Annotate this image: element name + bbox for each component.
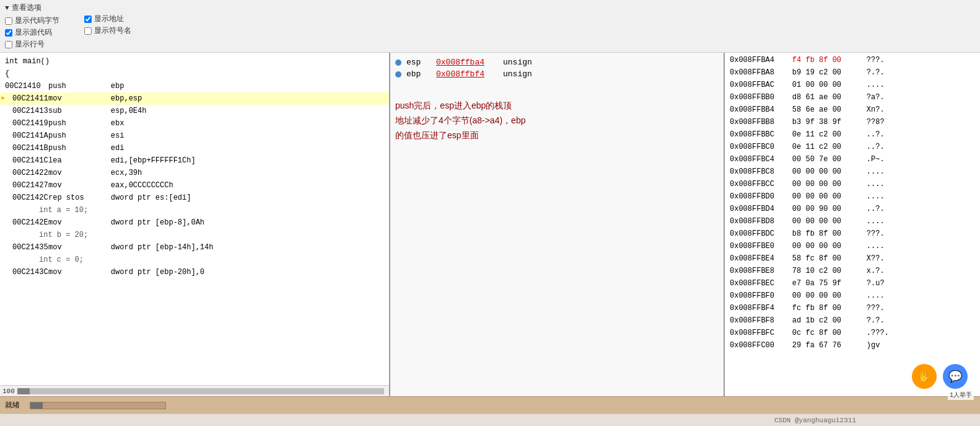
memory-row: 0x008FFBC0 0e 11 c2 00 ..?. [725,141,980,153]
checkbox-show-source[interactable]: 显示源代码 [5,27,59,38]
mem-ascii: .... [867,179,885,190]
line-mnem: mov [48,267,111,278]
mem-ascii: ???. [867,303,885,314]
checkbox-show-bytes[interactable]: 显示代码字节 [5,16,59,26]
line-mnem: sub [48,105,111,117]
open-brace-text: { [5,68,9,79]
memory-row: 0x008FFBE8 78 10 c2 00 x.?. [725,265,980,277]
checkbox-bytes-input[interactable] [5,17,12,25]
checkbox-show-lineno[interactable]: 显示行号 [5,39,59,50]
reg-dot-esp [395,60,401,66]
checkbox-source-input[interactable] [5,29,12,37]
help-button[interactable]: ✋ [912,364,937,389]
line-addr: 00C2141A [5,130,48,141]
line-mnem: push [48,118,111,129]
mem-ascii: .... [867,79,885,91]
options-title: 查看选项 [12,2,42,13]
register-section: esp 0x008ffba4 unsign ebp 0x008ffbf4 uns… [395,58,719,79]
register-row-ebp: ebp 0x008ffbf4 unsign [395,69,719,79]
line-addr: 00C2143C [5,267,48,278]
mem-ascii: .... [867,241,885,252]
reg-value-ebp: 0x008ffbf4 [436,69,498,79]
line-mnem: mov [48,180,111,191]
mem-bytes: 58 fc 8f 00 [792,253,867,264]
mem-addr: 0x008FFBA8 [730,67,792,78]
mem-ascii: X??. [867,253,885,264]
mem-ascii: ?a?. [867,92,885,103]
checkbox-addr-label: 显示地址 [94,14,124,24]
options-section: ▼ 查看选项 显示代码字节 显示源代码 显示行号 [5,2,59,50]
options-header[interactable]: ▼ 查看选项 [5,2,59,13]
mem-addr: 0x008FFBD4 [730,203,792,215]
line-addr: 00C21419 [5,118,48,129]
mem-ascii: ..?. [867,129,885,140]
mem-addr: 0x008FFBEC [730,278,792,289]
checkbox-addr-input[interactable] [84,16,92,23]
line-ops: esi [111,130,125,141]
line-ops: ebp [111,81,125,92]
memory-row: 0x008FFBC8 00 00 00 00 .... [725,166,980,178]
checkbox-show-addr[interactable]: 显示地址 [84,14,131,24]
line-addr: 00C21413 [5,105,48,117]
table-row: 00C2143C mov dword ptr [ebp-20h],0 [0,266,389,278]
mem-bytes: ad 1b c2 00 [792,315,867,326]
mem-bytes: 78 10 c2 00 [792,265,867,277]
chat-button[interactable]: 💬 [943,364,968,389]
checkbox-symname-input[interactable] [84,27,92,35]
table-row: 00C21419 push ebx [0,117,389,130]
mem-ascii: .P~. [867,154,885,165]
reg-type-ebp: unsign [503,69,532,79]
mem-bytes: d8 61 ae 00 [792,92,867,103]
checkbox-bytes-label: 显示代码字节 [15,16,59,26]
memory-row: 0x008FFBB8 b3 9f 38 9f ??8? [725,116,980,128]
help-label: 1人举手 [948,390,974,400]
memory-panel: 0x008FFBA4 f4 fb 8f 00 ???. 0x008FFBA8 b… [725,53,980,396]
mem-ascii: ?.?. [867,315,885,326]
line-addr: 00C21410 [5,81,48,92]
line-ops: edi,[ebp+FFFFFF1Ch] [111,155,196,166]
collapse-btn[interactable]: ▼ [5,4,9,12]
options-section-2: 显示地址 显示符号名 [84,2,131,36]
memory-row: 0x008FFBEC e7 0a 75 9f ?.u? [725,277,980,290]
line-addr: 00C2142E [5,217,48,228]
line-mnem: lea [48,155,111,166]
memory-row: 0x008FFBE4 58 fc 8f 00 X??. [725,252,980,265]
status-bar: 就绪 [0,396,980,414]
mem-bytes: 00 00 90 00 [792,203,867,215]
mem-addr: 0x008FFBDC [730,228,792,239]
mem-bytes: 0c fc 8f 00 [792,327,867,339]
mem-bytes: 00 00 00 00 [792,191,867,202]
disasm-scroll-area[interactable]: int main() { 00C21410 push ebp ► 00C2141… [0,53,389,385]
memory-row: 0x008FFBF0 00 00 00 00 .... [725,290,980,302]
table-row: 00C21435 mov dword ptr [ebp-14h],14h [0,241,389,254]
mem-addr: 0x008FFBA4 [730,55,792,66]
mem-addr: 0x008FFBCC [730,179,792,190]
memory-scroll-area[interactable]: 0x008FFBA4 f4 fb 8f 00 ???. 0x008FFBA8 b… [725,53,980,396]
checkbox-show-symname[interactable]: 显示符号名 [84,25,131,36]
memory-row: 0x008FFBCC 00 00 00 00 .... [725,178,980,190]
mem-bytes: 01 00 00 00 [792,79,867,91]
table-row: 00C21427 mov eax,0CCCCCCCCh [0,179,389,192]
line-ops: eax,0CCCCCCCCh [111,180,173,191]
main-content: int main() { 00C21410 push ebp ► 00C2141… [0,53,980,396]
disasm-line-number: 100 [2,388,15,395]
line-addr: 00C21427 [5,180,48,191]
chat-icon: 💬 [948,370,962,383]
checkbox-lineno-input[interactable] [5,41,12,48]
mem-addr: 0x008FFBE8 [730,265,792,277]
memory-row: 0x008FFBA8 b9 19 c2 00 ?.?. [725,66,980,79]
mem-ascii: .... [867,290,885,301]
source-line-text: int b = 20; [5,229,88,241]
mem-bytes: f4 fb 8f 00 [792,55,867,66]
mem-ascii: x.?. [867,265,885,277]
mem-ascii: ..?. [867,141,885,153]
mem-ascii: .... [867,216,885,227]
mem-bytes: 00 00 00 00 [792,290,867,301]
checkbox-lineno-label: 显示行号 [15,39,45,50]
table-row: 00C21422 mov ecx,39h [0,167,389,179]
memory-row: 0x008FFBA4 f4 fb 8f 00 ???. [725,54,980,66]
disasm-open-brace: { [0,68,389,80]
annotation-line1: push完后，esp进入ebp的栈顶 [395,99,719,113]
mem-addr: 0x008FFBD8 [730,216,792,227]
line-ops: dword ptr [ebp-20h],0 [111,267,204,278]
